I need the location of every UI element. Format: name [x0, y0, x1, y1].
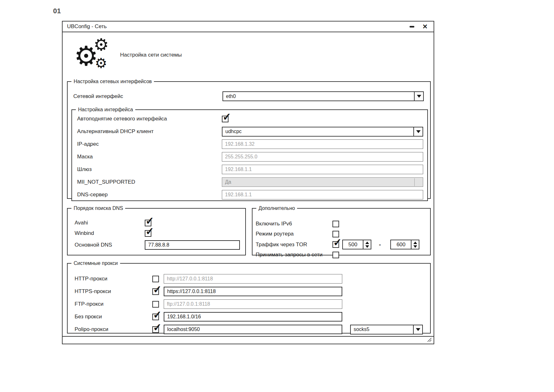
group-interface-settings-legend: Настройка интерфейса	[76, 107, 135, 113]
group-system-proxies-legend: Системные прокси	[71, 260, 120, 266]
chevron-down-icon[interactable]	[414, 92, 423, 101]
form-row: Без прокси	[68, 310, 430, 323]
form-row: HTTP-прокси	[68, 273, 430, 285]
no-proxy-checkbox[interactable]	[152, 314, 159, 320]
dhcp-client-label: Альтернативный DHCP клиент	[77, 128, 222, 135]
spinner-buttons[interactable]	[411, 240, 419, 249]
accept-requests-label: Принимать запросы в сети	[256, 252, 332, 258]
tor-port-to-value[interactable]: 600	[391, 240, 411, 249]
group-network-interfaces-legend: Настройка сетевых интерфейсов	[71, 79, 154, 84]
spin-down-icon[interactable]	[365, 245, 369, 248]
ftp-proxy-checkbox[interactable]	[152, 301, 159, 308]
mii-label: MII_NOT_SUPPORTED	[77, 179, 222, 185]
interface-dropdown-value: eth0	[223, 92, 414, 101]
titlebar: UBConfig - Сеть ✕	[63, 21, 434, 32]
tor-port-to-spinner[interactable]: 600	[390, 240, 419, 249]
ip-label: IP-адрес	[77, 141, 222, 147]
https-proxy-field[interactable]	[164, 287, 342, 296]
no-proxy-field[interactable]	[164, 312, 342, 322]
interface-label: Сетевой интерфейс	[73, 93, 222, 100]
spin-up-icon[interactable]	[365, 242, 369, 244]
polipo-proxy-checkbox[interactable]	[152, 326, 159, 333]
http-proxy-label: HTTP-прокси	[75, 276, 152, 282]
polipo-type-dropdown-value: socks5	[351, 325, 413, 334]
form-row: DNS-сервер	[72, 188, 427, 201]
resize-grip-icon[interactable]	[427, 337, 432, 342]
range-separator: -	[379, 241, 381, 248]
form-row: Альтернативный DHCP клиент udhcpc	[72, 125, 427, 138]
ipv6-checkbox[interactable]	[332, 221, 339, 227]
router-mode-label: Режим роутера	[256, 231, 332, 237]
polipo-proxy-field[interactable]	[164, 325, 342, 334]
group-interface-settings: Настройка интерфейса Автоподнятие сетево…	[71, 107, 428, 201]
gear-icon: ⚙	[94, 36, 109, 53]
form-row: Шлюз	[72, 163, 427, 176]
form-row: Polipo-прокси socks5	[68, 323, 430, 336]
group-dns-order-legend: Порядок поиска DNS	[71, 205, 125, 211]
form-row: Основной DNS	[75, 240, 240, 250]
close-button[interactable]: ✕	[421, 22, 429, 31]
tor-checkbox[interactable]	[332, 241, 339, 248]
app-header: ⚙ ⚙ ⚙ Настройка сети системы	[74, 37, 182, 73]
winbind-checkbox[interactable]	[145, 230, 151, 237]
group-network-interfaces: Настройка сетевых интерфейсов Сетевой ин…	[67, 79, 431, 199]
gear-icon: ⚙	[95, 56, 107, 70]
avahi-label: Avahi	[75, 220, 145, 226]
minimize-button[interactable]	[408, 22, 416, 31]
tor-port-from-spinner[interactable]: 500	[342, 240, 371, 249]
spin-up-icon[interactable]	[413, 242, 417, 244]
ipv6-label: Включить IPv6	[256, 221, 332, 227]
ftp-proxy-field[interactable]	[164, 299, 342, 309]
form-row: Включить IPv6	[256, 220, 427, 228]
primary-dns-label: Основной DNS	[75, 242, 145, 248]
group-system-proxies: Системные прокси HTTP-прокси HTTPS-прокс…	[67, 260, 431, 334]
gateway-label: Шлюз	[77, 166, 222, 173]
mask-field[interactable]	[222, 152, 423, 162]
spin-down-icon[interactable]	[413, 245, 417, 248]
form-row: Winbind	[75, 229, 151, 237]
dhcp-client-dropdown-value: udhcpc	[222, 127, 413, 136]
form-row: Маска	[72, 150, 427, 163]
https-proxy-label: HTTPS-прокси	[75, 288, 152, 295]
accept-requests-checkbox[interactable]	[332, 252, 339, 258]
close-icon: ✕	[423, 23, 428, 30]
form-row: IP-адрес	[72, 138, 427, 150]
http-proxy-field[interactable]	[164, 274, 342, 284]
form-row: MII_NOT_SUPPORTED	[72, 176, 427, 188]
polipo-type-dropdown[interactable]: socks5	[350, 325, 423, 334]
group-additional: Дополнительно Включить IPv6 Режим роутер…	[252, 205, 431, 255]
group-dns-order: Порядок поиска DNS Avahi Winbind Основно…	[67, 205, 246, 255]
dns-server-field[interactable]	[222, 190, 423, 199]
mask-label: Маска	[77, 154, 222, 160]
dns-server-label: DNS-сервер	[77, 192, 222, 198]
chevron-down-icon[interactable]	[413, 127, 423, 136]
group-additional-legend: Дополнительно	[256, 205, 297, 211]
winbind-label: Winbind	[75, 230, 145, 236]
mii-field	[222, 177, 423, 187]
primary-dns-field[interactable]	[145, 240, 240, 250]
tor-port-from-value[interactable]: 500	[343, 240, 363, 249]
chevron-down-icon[interactable]	[413, 325, 422, 334]
form-row: Принимать запросы в сети	[256, 251, 427, 259]
interface-dropdown[interactable]: eth0	[222, 91, 424, 101]
spinner-buttons[interactable]	[363, 240, 371, 249]
statusbar	[63, 336, 434, 344]
http-proxy-checkbox[interactable]	[152, 276, 159, 282]
tor-label: Траффик через TOR	[256, 242, 332, 248]
form-row: Траффик через TOR 500 - 600	[256, 240, 427, 249]
ubconfig-window: UBConfig - Сеть ✕ ⚙ ⚙ ⚙ Настройка сети с…	[62, 21, 434, 344]
gateway-field[interactable]	[222, 165, 423, 174]
form-row: Avahi	[75, 219, 151, 227]
mii-divider	[414, 178, 415, 186]
ftp-proxy-label: FTP-прокси	[75, 301, 152, 307]
auto-up-checkbox[interactable]	[222, 116, 228, 122]
form-row: FTP-прокси	[68, 298, 430, 310]
window-title: UBConfig - Сеть	[67, 23, 408, 30]
https-proxy-checkbox[interactable]	[152, 288, 159, 295]
mii-field-wrap	[222, 177, 423, 187]
dhcp-client-dropdown[interactable]: udhcpc	[222, 127, 423, 137]
no-proxy-label: Без прокси	[75, 314, 152, 320]
form-row: HTTPS-прокси	[68, 285, 430, 298]
form-row: Сетевой интерфейс eth0	[73, 91, 425, 101]
ip-field[interactable]	[222, 139, 423, 149]
